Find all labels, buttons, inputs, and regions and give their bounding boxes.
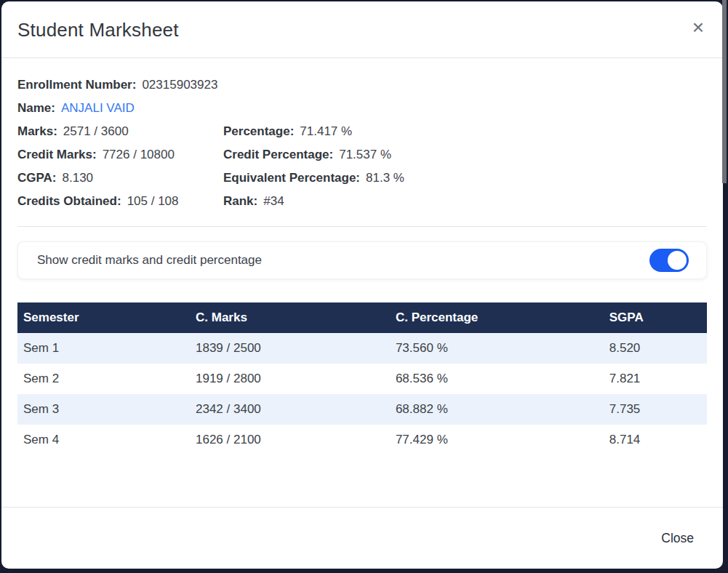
credit-marks-value: 7726 / 10800 <box>103 148 175 161</box>
cell-sgpa: 7.821 <box>604 364 707 394</box>
cell-semester: Sem 3 <box>17 394 190 425</box>
table-header-row: Semester C. Marks C. Percentage SGPA <box>17 302 707 333</box>
credits-obtained-field: Credits Obtained:105 / 108 <box>17 193 223 209</box>
scrollbar-thumb[interactable] <box>722 0 727 183</box>
credits-obtained-label: Credits Obtained: <box>17 194 121 208</box>
table-row: Sem 3 2342 / 3400 68.882 % 7.735 <box>17 394 707 425</box>
modal-header: Student Marksheet × <box>1 1 723 58</box>
cell-semester: Sem 4 <box>17 425 190 455</box>
rank-value: #34 <box>263 194 284 208</box>
toggle-knob-icon <box>668 251 687 270</box>
cgpa-label: CGPA: <box>17 171 57 185</box>
equivalent-percentage-label: Equivalent Percentage: <box>223 171 360 185</box>
cgpa-field: CGPA:8.130 <box>17 170 223 186</box>
percentage-value: 71.417 % <box>300 124 352 138</box>
rank-label: Rank: <box>223 194 257 208</box>
marks-value: 2571 / 3600 <box>63 124 129 138</box>
credit-toggle-switch[interactable] <box>649 249 689 272</box>
credit-percentage-field: Credit Percentage:71.537 % <box>223 147 707 163</box>
cell-semester: Sem 1 <box>17 333 190 364</box>
rank-field: Rank:#34 <box>223 193 707 209</box>
equivalent-percentage-value: 81.3 % <box>366 171 404 185</box>
credit-marks-field: Credit Marks:7726 / 10800 <box>17 147 223 163</box>
marks-label: Marks: <box>17 124 57 138</box>
cell-c-percentage: 73.560 % <box>390 333 604 364</box>
name-value-link[interactable]: ANJALI VAID <box>61 101 135 115</box>
credits-obtained-value: 105 / 108 <box>127 194 179 208</box>
close-icon[interactable]: × <box>692 17 704 38</box>
credit-percentage-value: 71.537 % <box>339 148 391 161</box>
student-info: Enrollment Number:02315903923 Name:ANJAL… <box>17 77 707 209</box>
percentage-label: Percentage: <box>223 124 294 138</box>
table-row: Sem 4 1626 / 2100 77.429 % 8.714 <box>17 425 707 455</box>
cell-semester: Sem 2 <box>17 364 190 394</box>
close-button[interactable]: Close <box>654 525 701 552</box>
col-sgpa: SGPA <box>604 302 707 333</box>
modal-body: Enrollment Number:02315903923 Name:ANJAL… <box>1 58 723 507</box>
col-semester: Semester <box>17 302 190 333</box>
cell-c-percentage: 77.429 % <box>390 425 604 455</box>
enrollment-label: Enrollment Number: <box>17 78 136 92</box>
cell-c-percentage: 68.536 % <box>390 364 604 394</box>
table-row: Sem 2 1919 / 2800 68.536 % 7.821 <box>17 364 707 394</box>
cgpa-value: 8.130 <box>63 171 94 185</box>
col-c-percentage: C. Percentage <box>390 302 604 333</box>
equivalent-percentage-field: Equivalent Percentage:81.3 % <box>223 170 707 186</box>
cell-c-marks: 1626 / 2100 <box>190 425 390 455</box>
cell-c-marks: 1919 / 2800 <box>190 364 390 394</box>
cell-sgpa: 8.714 <box>604 425 707 455</box>
student-marksheet-modal: Student Marksheet × Enrollment Number:02… <box>1 1 723 569</box>
credit-marks-label: Credit Marks: <box>17 148 97 161</box>
cell-c-marks: 2342 / 3400 <box>190 394 390 425</box>
name-row: Name:ANJALI VAID <box>17 100 707 116</box>
modal-footer: Close <box>1 507 723 569</box>
marks-field: Marks:2571 / 3600 <box>17 124 223 140</box>
col-c-marks: C. Marks <box>190 302 390 333</box>
cell-sgpa: 7.735 <box>604 394 707 425</box>
enrollment-value: 02315903923 <box>142 78 217 92</box>
toggle-label: Show credit marks and credit percentage <box>37 253 262 268</box>
page-title: Student Marksheet <box>17 19 703 41</box>
section-divider <box>17 226 707 227</box>
cell-sgpa: 8.520 <box>604 333 707 364</box>
cell-c-percentage: 68.882 % <box>390 394 604 425</box>
credit-toggle-card: Show credit marks and credit percentage <box>17 241 707 279</box>
cell-c-marks: 1839 / 2500 <box>190 333 390 364</box>
table-row: Sem 1 1839 / 2500 73.560 % 8.520 <box>17 333 707 364</box>
enrollment-row: Enrollment Number:02315903923 <box>17 77 707 93</box>
name-label: Name: <box>17 101 55 115</box>
semester-table: Semester C. Marks C. Percentage SGPA Sem… <box>17 302 707 455</box>
credit-percentage-label: Credit Percentage: <box>223 148 333 161</box>
percentage-field: Percentage:71.417 % <box>223 124 707 140</box>
